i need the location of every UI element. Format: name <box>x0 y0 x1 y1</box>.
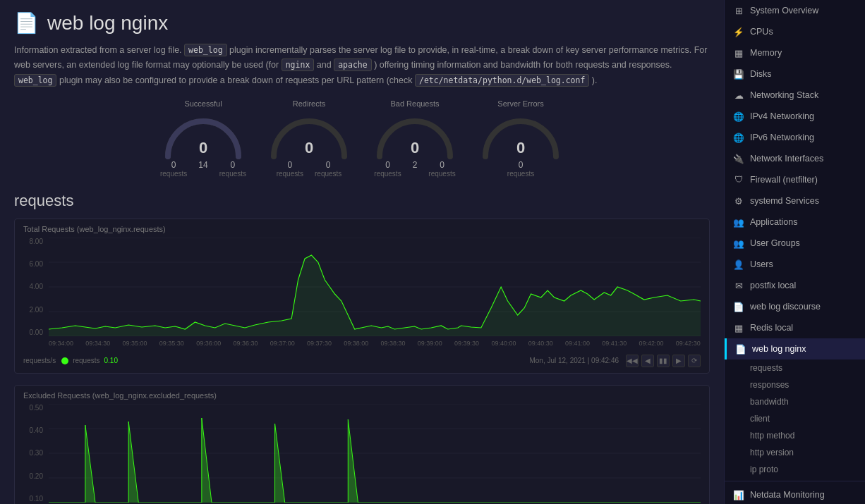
sidebar-item-applications[interactable]: 👥 Applications <box>725 211 865 233</box>
gauge-successful: Successful 0 0 requests 14 0 requests <box>150 99 256 178</box>
sub-bandwidth-label: bandwidth <box>750 397 789 407</box>
web-log-nginx-icon: 📄 <box>735 343 746 355</box>
chart-unit-total: requests/s <box>23 357 56 364</box>
sidebar-sub-ip-proto[interactable]: ip proto <box>725 461 865 478</box>
firewall-icon: 🛡 <box>733 174 744 185</box>
sidebar-label-disks: Disks <box>750 69 772 79</box>
excluded-requests-chart[interactable]: Excluded Requests (web_log_nginx.exclude… <box>14 385 710 504</box>
sidebar-sub-client[interactable]: client <box>725 410 865 427</box>
total-requests-chart[interactable]: Total Requests (web_log_nginx.requests) … <box>14 219 710 374</box>
sidebar-label-ipv6: IPv6 Networking <box>750 133 814 142</box>
user-groups-icon: 👥 <box>733 238 744 249</box>
ipv6-icon: 🌐 <box>733 132 744 143</box>
requests-heading: requests <box>14 192 710 210</box>
sidebar-item-system-overview[interactable]: ⊞ System Overview <box>725 0 865 21</box>
sidebar-item-redis[interactable]: ▦ Redis local <box>725 317 865 338</box>
chart-title-excluded: Excluded Requests (web_log_nginx.exclude… <box>23 391 701 400</box>
sidebar-sub-responses[interactable]: responses <box>725 376 865 393</box>
systemd-icon: ⚙ <box>733 195 744 207</box>
sidebar-label-cpus: CPUs <box>750 27 773 37</box>
sidebar-label-firewall: Firewall (netfilter) <box>750 175 818 185</box>
chart-title-total: Total Requests (web_log_nginx.requests) <box>23 225 701 233</box>
chart-area-total: 8.00 6.00 4.00 2.00 0.00 <box>23 238 701 350</box>
chart-footer-total: requests/s requests 0.10 Mon, Jul 12, 20… <box>23 355 701 367</box>
disks-icon: 💾 <box>733 68 744 80</box>
sidebar-label-redis: Redis local <box>750 323 793 333</box>
sidebar-item-networking-stack[interactable]: ☁ Networking Stack <box>725 85 865 106</box>
sidebar-sub-requests[interactable]: requests <box>725 359 865 376</box>
sidebar-item-memory[interactable]: ▦ Memory <box>725 42 865 63</box>
apache-badge: apache <box>334 59 372 71</box>
requests-section: requests Total Requests (web_log_nginx.r… <box>14 192 710 504</box>
sidebar-sub-http-method[interactable]: http method <box>725 427 865 444</box>
sidebar-label-users: Users <box>750 259 773 269</box>
chart-ctrl-pause[interactable]: ▮▮ <box>657 355 670 367</box>
svg-marker-11 <box>49 418 701 503</box>
sidebar-label-web-log-nginx: web log nginx <box>752 344 806 354</box>
postfix-icon: ✉ <box>733 280 744 291</box>
chart-ctrl-next[interactable]: ▶ <box>672 355 685 367</box>
networking-stack-icon: ☁ <box>733 90 744 101</box>
chart-timestamp-total: Mon, Jul 12, 2021 | 09:42:46 <box>529 357 619 364</box>
web-log-badge: web_log <box>184 44 226 56</box>
cpus-icon: ⚡ <box>733 26 744 37</box>
applications-icon: 👥 <box>733 216 744 228</box>
redis-icon: ▦ <box>733 322 744 333</box>
sidebar-item-ipv6[interactable]: 🌐 IPv6 Networking <box>725 127 865 148</box>
system-overview-icon: ⊞ <box>733 5 744 16</box>
sidebar-label-networking-stack: Networking Stack <box>750 90 818 100</box>
sidebar-item-cpus[interactable]: ⚡ CPUs <box>725 21 865 42</box>
main-content: 📄 web log nginx Information extracted fr… <box>0 0 724 504</box>
gauge-row: Successful 0 0 requests 14 0 requests <box>14 99 710 178</box>
sidebar-item-user-groups[interactable]: 👥 User Groups <box>725 233 865 254</box>
svg-marker-5 <box>49 255 701 336</box>
sub-ip-proto-label: ip proto <box>750 465 778 474</box>
sidebar-divider <box>725 481 865 481</box>
sub-client-label: client <box>750 414 770 424</box>
sidebar-item-network-interfaces[interactable]: 🔌 Network Interfaces <box>725 148 865 169</box>
sidebar-label-ipv4: IPv4 Networking <box>750 111 814 121</box>
sub-responses-label: responses <box>750 380 789 390</box>
memory-icon: ▦ <box>733 47 744 59</box>
web-log-badge2: web_log <box>14 74 56 87</box>
sidebar-item-web-log-nginx[interactable]: 📄 web log nginx <box>725 338 865 359</box>
netdata-monitoring-icon: 📊 <box>733 489 744 500</box>
sidebar-label-user-groups: User Groups <box>750 238 800 248</box>
sidebar-sub-http-version[interactable]: http version <box>725 444 865 461</box>
sidebar-item-disks[interactable]: 💾 Disks <box>725 63 865 85</box>
sidebar-item-systemd[interactable]: ⚙ systemd Services <box>725 190 865 211</box>
users-icon: 👤 <box>733 259 744 270</box>
sub-http-version-label: http version <box>750 448 794 457</box>
chart-ctrl-next2[interactable]: ⟳ <box>688 355 701 367</box>
nginx-badge: nginx <box>282 59 315 71</box>
network-interfaces-icon: 🔌 <box>733 153 744 164</box>
doc-icon: 📄 <box>14 11 39 35</box>
path-badge: /etc/netdata/python.d/web_log.conf <box>415 74 589 87</box>
sidebar-label-network-interfaces: Network Interfaces <box>750 154 823 164</box>
ipv4-icon: 🌐 <box>733 111 744 122</box>
sidebar-label-applications: Applications <box>750 217 797 227</box>
sidebar-label-systemd: systemd Services <box>750 196 819 206</box>
gauge-redirects: Redirects 0 0 requests 0 requests <box>256 99 362 178</box>
sidebar-item-web-log-discourse[interactable]: 📄 web log discourse <box>725 296 865 317</box>
page-title: web log nginx <box>47 12 168 35</box>
sidebar-label-netdata: Netdata Monitoring <box>750 490 825 500</box>
sidebar-item-ipv4[interactable]: 🌐 IPv4 Networking <box>725 106 865 127</box>
sidebar-sub-bandwidth[interactable]: bandwidth <box>725 393 865 410</box>
sidebar-item-firewall[interactable]: 🛡 Firewall (netfilter) <box>725 169 865 190</box>
legend-value-requests: 0.10 <box>104 357 118 364</box>
sidebar-item-postfix[interactable]: ✉ postfix local <box>725 275 865 296</box>
page-title-row: 📄 web log nginx <box>14 11 710 35</box>
web-log-discourse-icon: 📄 <box>733 301 744 312</box>
chart-area-excluded: 0.50 0.40 0.30 0.20 0.10 <box>23 404 701 504</box>
sidebar-label-system-overview: System Overview <box>750 6 818 16</box>
sub-requests-label: requests <box>750 363 782 373</box>
sidebar-label-web-log-discourse: web log discourse <box>750 302 821 312</box>
sidebar: ⊞ System Overview ⚡ CPUs ▦ Memory 💾 Disk… <box>724 0 865 504</box>
chart-ctrl-prev2[interactable]: ◀ <box>641 355 654 367</box>
sub-http-method-label: http method <box>750 431 794 441</box>
info-text: Information extracted from a server log … <box>14 43 710 88</box>
chart-ctrl-prev[interactable]: ◀◀ <box>626 355 639 367</box>
sidebar-item-users[interactable]: 👤 Users <box>725 254 865 275</box>
sidebar-item-netdata-monitoring[interactable]: 📊 Netdata Monitoring <box>725 484 865 504</box>
